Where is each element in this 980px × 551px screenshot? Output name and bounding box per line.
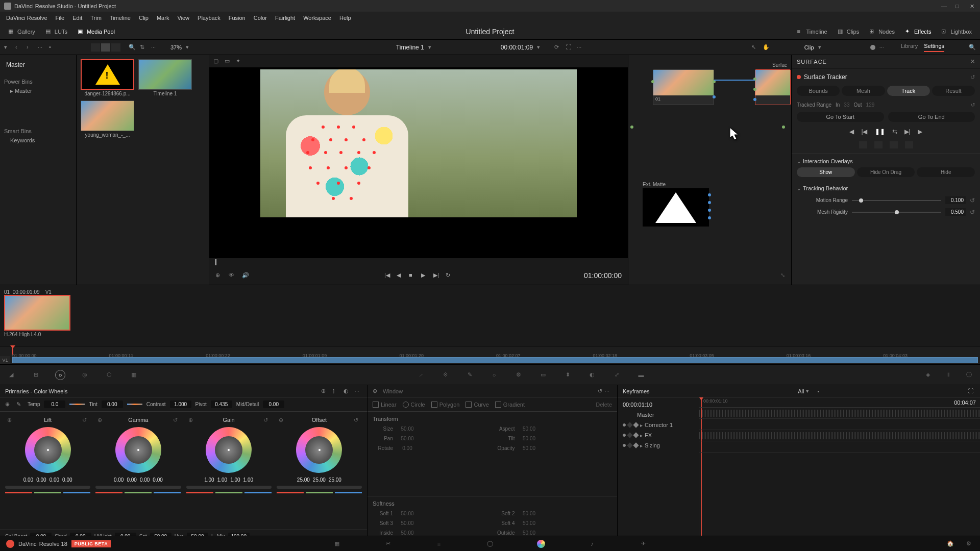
goto-start-button[interactable]: Go To Start <box>797 112 884 122</box>
gain-reset-icon[interactable]: ⊕ <box>188 417 194 423</box>
node-01-alpha-out[interactable] <box>713 95 716 98</box>
shape-linear[interactable]: Linear <box>373 402 397 408</box>
track-pause-icon[interactable]: ❚❚ <box>875 128 885 135</box>
kf-sizing[interactable]: ▸Sizing <box>618 440 699 450</box>
info-icon[interactable]: ⓘ <box>964 370 974 380</box>
media-pool-button[interactable]: ▣ Media Pool <box>74 26 119 37</box>
menu-view[interactable]: View <box>173 15 193 21</box>
clips-button[interactable]: ▥ Clips <box>834 26 863 37</box>
panel-close-icon[interactable]: ✕ <box>970 58 975 65</box>
goto-end-button[interactable]: Go To End <box>888 112 975 122</box>
lift-reset-icon[interactable]: ⊕ <box>7 417 13 423</box>
overlays-chevron-icon[interactable]: ⌄ <box>797 159 801 164</box>
thumb-young-woman[interactable]: young_woman_-_... <box>81 101 134 138</box>
node-input-conn[interactable] <box>630 126 633 129</box>
node-surface-in3[interactable] <box>753 98 756 101</box>
key-tool-icon[interactable]: ▭ <box>538 370 548 380</box>
sort-icon[interactable]: ⇅ <box>140 44 147 51</box>
shape-polygon[interactable]: Polygon <box>431 402 460 408</box>
tc-dropdown-icon[interactable]: ▾ <box>537 44 544 51</box>
window-more-icon[interactable]: ··· <box>605 388 612 395</box>
ext-matte-node[interactable]: Ext. Matte <box>643 182 709 227</box>
node-more-icon[interactable]: ··· <box>879 44 887 51</box>
motion-range-slider[interactable] <box>852 200 941 201</box>
hand-icon[interactable]: ✋ <box>763 44 770 51</box>
kf-master[interactable]: Master <box>618 410 699 420</box>
search-icon[interactable]: 🔍 <box>129 44 136 51</box>
smart-bins-header[interactable]: Smart Bins <box>4 126 72 136</box>
motion-tool-icon[interactable]: ⤢ <box>611 370 622 380</box>
tab-track[interactable]: Track <box>887 86 930 96</box>
viewer-scrubber[interactable] <box>209 258 628 266</box>
clip-thumb-01[interactable]: 01 00:00:01:09 V1 H.264 High L4.0 <box>4 289 70 337</box>
gamma-wheel[interactable] <box>115 427 161 473</box>
lift-master-bar[interactable] <box>5 486 90 489</box>
effects-button[interactable]: ✦ Effects <box>901 26 935 37</box>
timeline-ruler[interactable]: V1 01:00:00:00 01:00:00:11 01:00:00:22 0… <box>0 346 980 364</box>
waveform-icon[interactable]: ⫴ <box>943 370 953 380</box>
bin-master[interactable]: Master <box>4 59 72 70</box>
page-color-icon[interactable] <box>536 539 546 549</box>
node-01-in[interactable] <box>651 80 654 83</box>
matte-out4[interactable] <box>708 216 711 219</box>
gain-more-icon[interactable]: ↺ <box>263 417 270 423</box>
dot-icon[interactable]: • <box>49 44 56 51</box>
timeline-dropdown-icon[interactable]: ▾ <box>428 44 435 51</box>
lightbox-button[interactable]: ⊡ Lightbox <box>937 26 976 37</box>
gain-wheel[interactable] <box>206 427 252 473</box>
tilt-value[interactable]: 50.00 <box>517 435 542 442</box>
node-output-conn[interactable] <box>782 126 785 129</box>
viewer-timecode[interactable]: 00:00:01:09 <box>501 44 533 51</box>
next-clip-icon[interactable]: ▶| <box>433 272 440 279</box>
nodes-button[interactable]: ⊞ Nodes <box>865 26 899 37</box>
track-both-icon[interactable]: ⇆ <box>892 128 897 135</box>
mesh-rigidity-value[interactable]: 0.500 <box>945 208 966 216</box>
matte-out1[interactable] <box>708 193 711 196</box>
primaries-log-icon[interactable]: ◐ <box>344 388 351 395</box>
page-edit-icon[interactable]: ≡ <box>434 539 444 549</box>
matte-out3[interactable] <box>708 209 711 212</box>
view-list-icon[interactable] <box>111 43 120 52</box>
matte-out2[interactable] <box>708 201 711 204</box>
viewer-highlight-icon[interactable]: ▢ <box>213 58 220 65</box>
window-reset-icon[interactable]: ↺ <box>598 388 605 395</box>
mid-value[interactable]: 0.00 <box>263 400 284 408</box>
menu-playback[interactable]: Playback <box>193 15 225 21</box>
timeline-button[interactable]: ≡ Timeline <box>793 26 831 37</box>
page-media-icon[interactable]: ▦ <box>332 539 342 549</box>
shape-delete-button[interactable]: Delete <box>596 402 612 408</box>
offset-master-bar[interactable] <box>277 486 362 489</box>
track-opt3-icon[interactable] <box>890 141 898 148</box>
menu-more-icon[interactable]: ··· <box>151 44 158 51</box>
menu-file[interactable]: File <box>52 15 69 21</box>
thumb-timeline1[interactable]: Timeline 1 <box>138 59 192 96</box>
minimize-button[interactable]: — <box>941 3 947 9</box>
soft4-value[interactable]: 50.00 <box>517 519 542 527</box>
behavior-chevron-icon[interactable]: ⌄ <box>797 186 801 191</box>
soft2-value[interactable]: 50.00 <box>517 510 542 517</box>
page-fairlight-icon[interactable]: ♪ <box>587 539 597 549</box>
kf-dot-icon[interactable]: • <box>817 388 819 394</box>
shape-curve[interactable]: Curve <box>465 402 488 408</box>
awb-icon[interactable]: ⊕ <box>5 401 12 408</box>
rotate-value[interactable]: 0.00 <box>395 444 420 452</box>
pan-value[interactable]: 50.00 <box>395 435 420 442</box>
unmix-icon[interactable]: 👁 <box>229 272 236 279</box>
menu-fairlight[interactable]: Fairlight <box>271 15 299 21</box>
layout-dropdown-icon[interactable]: ▾ <box>4 44 11 51</box>
temp-value[interactable]: 0.0 <box>44 400 65 408</box>
expand-icon[interactable]: ⛶ <box>566 44 573 51</box>
power-bins-header[interactable]: Power Bins <box>4 77 72 87</box>
stop-icon[interactable]: ■ <box>409 272 416 279</box>
track-step-fwd-icon[interactable]: ▶| <box>904 128 911 135</box>
window-tool-icon[interactable]: ○ <box>55 370 65 380</box>
gamma-reset-icon[interactable]: ⊕ <box>97 417 104 423</box>
play-icon[interactable]: ▶ <box>421 272 428 279</box>
tab-result[interactable]: Result <box>932 86 975 96</box>
warper-icon[interactable]: ※ <box>440 370 450 380</box>
menu-workspace[interactable]: Workspace <box>299 15 335 21</box>
zoom-dropdown-icon[interactable]: ▾ <box>186 44 193 51</box>
mesh-rigidity-slider[interactable] <box>852 212 941 213</box>
power-bins-master[interactable]: ▸ Master <box>4 87 72 95</box>
mesh-rigidity-reset-icon[interactable]: ↺ <box>970 209 975 216</box>
